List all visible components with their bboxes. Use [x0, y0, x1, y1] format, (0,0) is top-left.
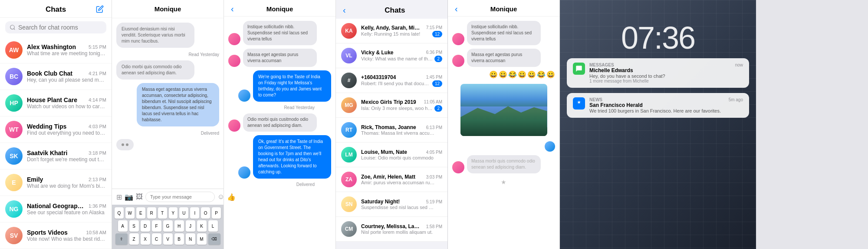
avatar-p5-3 — [452, 161, 464, 173]
notif-time-2: 5m ago — [729, 97, 743, 102]
chat2-info-phone: +16043319704 1:45 PM Robert: I'll send y… — [361, 74, 442, 87]
chat2-info-mexico: Mexico Girls Trip 2019 11:05 AM Isla: On… — [361, 99, 442, 112]
notif-more-1: 1 more message from Michelle — [589, 79, 743, 83]
chat-name-row-wedding: Wedding Tips 4:03 PM — [27, 123, 106, 130]
image-icon[interactable]: 🖼 — [136, 193, 143, 201]
key-f[interactable]: F — [152, 220, 161, 232]
send-icon[interactable]: 👍 — [227, 193, 236, 201]
key-d[interactable]: D — [141, 220, 150, 232]
key-l[interactable]: L — [208, 220, 218, 232]
chat2-item-courtney[interactable]: CM Courtney, Melissa, Laura 1:58 PM Nisl… — [336, 217, 447, 242]
badge-vicky: 2 — [434, 56, 442, 62]
emoji-1: 😀 — [489, 70, 498, 79]
chatlist-header: Chats — [0, 0, 112, 18]
chat-info-emily: Emily 2:13 PM What are we doing for Mom'… — [27, 176, 106, 189]
key-j[interactable]: J — [186, 220, 195, 232]
compose-icon[interactable] — [96, 5, 105, 14]
chat2-preview-row-phone: Robert: I'll send you that document... 1… — [361, 80, 442, 87]
key-m[interactable]: M — [197, 233, 207, 245]
star-icon: ★ — [501, 179, 506, 186]
chat2-item-louise[interactable]: LM Louise, Mum, Nate 4:05 PM Louise: Odi… — [336, 143, 447, 167]
chats2-header: ‹ Chats — [336, 0, 447, 19]
chat2-name-saturday: Saturday Night! — [361, 199, 400, 205]
svg-point-0 — [10, 25, 14, 29]
avatar2-louise: LM — [341, 147, 357, 163]
msg-bubble-received: Eiusmod deniasium nisi nisi venditit. Sc… — [116, 23, 194, 48]
chat2-item-mexico[interactable]: MG Mexico Girls Trip 2019 11:05 AM Isla:… — [336, 93, 447, 118]
key-n[interactable]: N — [186, 233, 195, 245]
chat2-item-phone[interactable]: # +16043319704 1:45 PM Robert: I'll send… — [336, 68, 447, 93]
avatar-p5-2 — [452, 55, 464, 67]
avatar-book: BC — [5, 68, 23, 85]
search-input[interactable] — [18, 24, 102, 31]
chatlist-title: Chats — [46, 5, 66, 14]
avatar-me-2 — [238, 166, 250, 179]
key-t[interactable]: T — [158, 207, 167, 219]
chat-time-sports: 10:58 AM — [86, 230, 106, 235]
chat2-name-row-phone: +16043319704 1:45 PM — [361, 74, 442, 80]
notification-news[interactable]: NEWS 5m ago San Francisco Herald We trie… — [567, 93, 749, 118]
key-a[interactable]: A — [118, 220, 128, 232]
chat-item-book[interactable]: BC Book Club Chat 4:21 PM Hey, can you a… — [0, 63, 112, 90]
chat2-item-rick[interactable]: RT Rick, Thomas, Joanne 6:13 PM Thomas: … — [336, 118, 447, 143]
chat-header-2: Monique — [112, 0, 224, 18]
avatar2-kelly: KA — [341, 23, 357, 39]
lock-time: 07:36 — [621, 20, 695, 56]
monique2-title: Monique — [490, 5, 517, 13]
chat2-time-vicky: 6:36 PM — [426, 50, 442, 55]
msg-p5-r3: Massa morbi quis commodo odio senean sed… — [467, 155, 541, 173]
key-g[interactable]: G — [163, 220, 173, 232]
panel-chats2: ‹ Chats KA Kelly, Andy, Sarah, Mick, Tom… — [336, 0, 448, 249]
chat-name-row-alex: Alex Washington 5:15 PM — [27, 43, 106, 50]
back-button-4[interactable]: ‹ — [343, 5, 346, 15]
key-z[interactable]: Z — [129, 233, 139, 245]
avatar2-courtney: CM — [341, 221, 357, 237]
emoji-icon[interactable]: ☺ — [217, 193, 224, 201]
key-c[interactable]: C — [152, 233, 161, 245]
keyboard-area: Q W E R T Y U I O P A S D F G H J K L — [112, 205, 224, 249]
chat-name-row-saatvik: Saatvik Khatri 3:18 PM — [27, 149, 106, 156]
message-input[interactable] — [145, 192, 215, 202]
key-o[interactable]: O — [201, 207, 210, 219]
key-r[interactable]: R — [147, 207, 156, 219]
search-bar[interactable] — [5, 21, 106, 33]
chat2-time-kelly: 7:15 PM — [426, 25, 442, 30]
back-button-3[interactable]: ‹ — [231, 4, 234, 14]
key-y[interactable]: Y — [169, 207, 178, 219]
notification-messages[interactable]: MESSAGES now Michelle Edwards Hey, do yo… — [567, 58, 749, 88]
key-b[interactable]: B — [174, 233, 184, 245]
key-delete[interactable]: ⌫ — [208, 233, 220, 245]
key-x[interactable]: X — [141, 233, 150, 245]
key-p[interactable]: P — [212, 207, 221, 219]
chat2-item-saturday[interactable]: SN Saturday Night! 5:19 PM Suspendisse s… — [336, 192, 447, 217]
chat-item-house[interactable]: HP House Plant Care 4:14 PM Watch our vi… — [0, 90, 112, 116]
key-s[interactable]: S — [129, 220, 139, 232]
chat2-item-vicky[interactable]: VL Vicky & Luke 6:36 PM Vicky: What was … — [336, 43, 447, 68]
key-h[interactable]: H — [174, 220, 184, 232]
chat-item-sports[interactable]: SV Sports Videos 10:58 AM Vote now! Who … — [0, 222, 112, 249]
key-v[interactable]: V — [163, 233, 173, 245]
search-icon — [10, 24, 16, 30]
emoji-4: 😀 — [518, 70, 526, 79]
back-button-5[interactable]: ‹ — [455, 4, 458, 14]
key-e[interactable]: E — [136, 207, 145, 219]
key-w[interactable]: W — [125, 207, 135, 219]
chat-name-row-emily: Emily 2:13 PM — [27, 176, 106, 183]
key-k[interactable]: K — [197, 220, 207, 232]
chat2-item-kelly[interactable]: KA Kelly, Andy, Sarah, Mick, Tom, Joe 7:… — [336, 19, 447, 43]
chat-item-emily[interactable]: E Emily 2:13 PM What are we doing for Mo… — [0, 169, 112, 196]
camera-icon[interactable]: 📷 — [125, 193, 133, 201]
grid-icon[interactable]: ⊞ — [116, 193, 122, 201]
chat-item-natgeo[interactable]: NG National Geographic Photography 1:36 … — [0, 196, 112, 222]
key-u[interactable]: U — [179, 207, 188, 219]
chat-item-saatvik[interactable]: SK Saatvik Khatri 3:18 PM Don't forget w… — [0, 143, 112, 169]
chat2-info-saturday: Saturday Night! 5:19 PM Suspendisse sed … — [361, 199, 442, 210]
key-q[interactable]: Q — [115, 207, 124, 219]
chat2-item-zoe[interactable]: ZA Zoe, Amir, Helen, Matt 3:03 PM Amir: … — [336, 167, 447, 192]
chat-item-wedding[interactable]: WT Wedding Tips 4:03 PM Find out everyth… — [0, 116, 112, 143]
key-i[interactable]: I — [190, 207, 199, 219]
chat-item-alex[interactable]: AW Alex Washington 5:15 PM What time are… — [0, 37, 112, 63]
chat2-name-zoe: Zoe, Amir, Helen, Matt — [361, 174, 415, 180]
messages-area-2: Eiusmod deniasium nisi nisi venditit. Sc… — [112, 18, 224, 189]
key-shift[interactable]: ⇧ — [115, 233, 128, 245]
